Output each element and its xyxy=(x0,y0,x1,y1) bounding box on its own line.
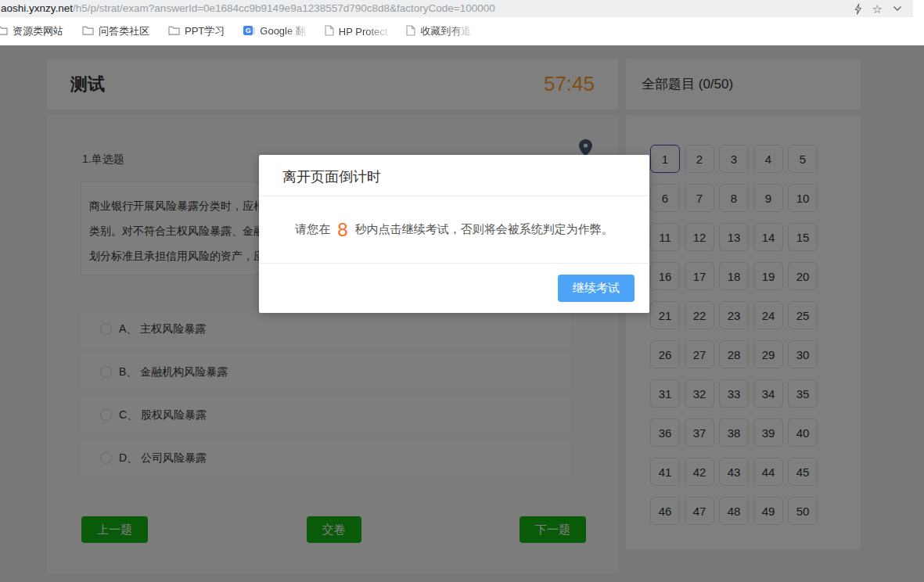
flash-extension-icon[interactable] xyxy=(854,3,862,15)
bookmark-label: 收藏到有道 xyxy=(420,24,471,38)
bookmark-label: Google 翻 xyxy=(260,24,306,38)
bookmark-label: 资源类网站 xyxy=(13,24,63,38)
bookmark-item[interactable]: 资源类网站 xyxy=(0,24,63,38)
bookmark-item[interactable]: 收藏到有道 xyxy=(406,24,471,38)
url-host: aoshi.yxnzy.net xyxy=(1,2,73,14)
modal-message: 请您在 8 秒内点击继续考试，否则将会被系统判定为作弊。 xyxy=(259,196,649,264)
google-translate-icon: G xyxy=(243,26,255,37)
bookmark-star-icon[interactable]: ☆ xyxy=(872,3,883,15)
folder-icon xyxy=(0,25,8,38)
countdown-number: 8 xyxy=(337,219,347,241)
modal-title: 离开页面倒计时 xyxy=(259,155,649,196)
message-suffix: 秒内点击继续考试，否则将会被系统判定为作弊。 xyxy=(355,222,613,237)
folder-icon xyxy=(82,25,94,38)
bookmark-item[interactable]: PPT学习 xyxy=(168,24,225,38)
bookmark-label: 问答类社区 xyxy=(99,24,149,38)
bookmark-item[interactable]: GGoogle 翻 xyxy=(243,24,306,38)
exam-page: 测试 57:45 1.单选题 商业银行开展风险暴露分类时，应根类别。对不符合主权… xyxy=(0,45,924,582)
chevron-down-icon[interactable] xyxy=(893,5,902,12)
bookmark-label: PPT学习 xyxy=(185,24,225,38)
bookmark-item[interactable]: HP Protect xyxy=(325,25,388,38)
message-prefix: 请您在 xyxy=(295,222,330,237)
folder-icon xyxy=(168,25,180,38)
modal-footer: 继续考试 xyxy=(259,264,649,312)
page-icon xyxy=(325,25,334,38)
bookmark-item[interactable]: 问答类社区 xyxy=(82,24,149,38)
window-edge xyxy=(913,0,924,17)
url-text: aoshi.yxnzy.net/h5/p/strat/exam?answerId… xyxy=(1,0,830,17)
page-icon xyxy=(406,25,415,38)
modal-overlay xyxy=(0,45,924,582)
bookmark-label: HP Protect xyxy=(339,26,388,38)
leave-countdown-modal: 离开页面倒计时 请您在 8 秒内点击继续考试，否则将会被系统判定为作弊。 继续考… xyxy=(259,155,649,313)
bookmarks-bar: 资源类网站问答类社区PPT学习GGoogle 翻HP Protect收藏到有道 xyxy=(0,17,924,45)
continue-exam-button[interactable]: 继续考试 xyxy=(558,275,635,302)
address-bar[interactable]: aoshi.yxnzy.net/h5/p/strat/exam?answerId… xyxy=(0,0,924,17)
url-path: /h5/p/strat/exam?answerId=0e1684cc9b9149… xyxy=(73,2,495,14)
